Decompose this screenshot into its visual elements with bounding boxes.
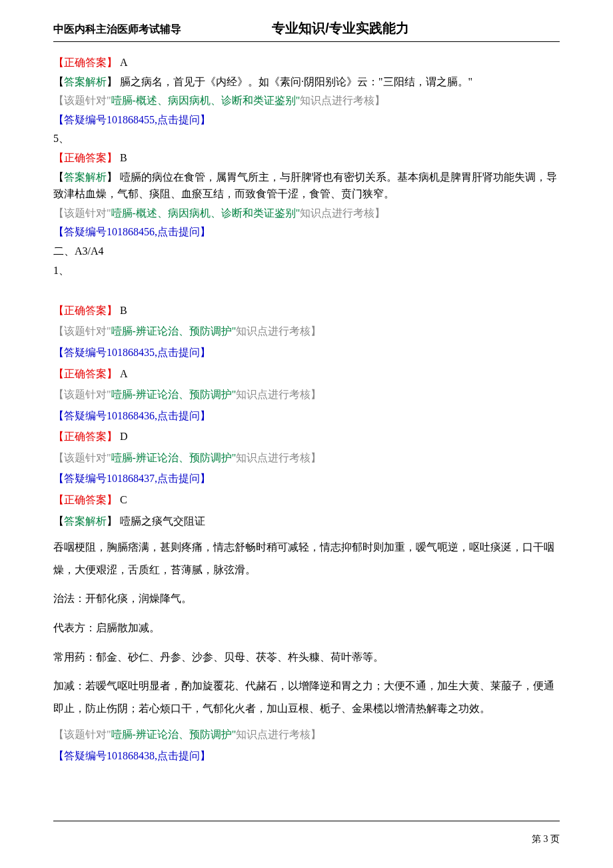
correct-answer-label: 【正确答案】 [53,305,117,316]
analysis-text: 膈之病名，首见于《内经》。如《素问·阴阳别论》云："三阳结，谓之膈。" [117,76,472,87]
correct-answer-label: 【正确答案】 [53,152,117,163]
link-open: 【答疑编号 [53,410,107,421]
question-number: 1、 [53,262,560,279]
topic-main: 噎膈-概述、病因病机、诊断和类证鉴别" [111,207,301,219]
topic-block: 【该题针对"噎膈-概述、病因病机、诊断和类证鉴别"知识点进行考核】 [53,92,560,109]
answer-value: B [117,152,127,163]
analysis-block: 【答案解析】 噎膈之痰气交阻证 [53,513,560,530]
answer-block: 【正确答案】 C [53,491,560,509]
answer-value: C [117,494,127,505]
analysis-body-line: 治法：开郁化痰，润燥降气。 [53,587,560,610]
topic-block: 【该题针对"噎膈-辨证论治、预防调护"知识点进行考核】 [53,323,560,340]
link-open: 【答疑编号 [53,473,107,484]
answer-block: 【正确答案】 A [53,54,560,71]
question-number: 5、 [53,130,560,147]
topic-open: 【该题针对" [53,452,111,463]
answer-block: 【正确答案】 B [53,302,560,319]
link-action: ,点击提问】 [155,473,211,484]
topic-block: 【该题针对"噎膈-辨证论治、预防调护"知识点进行考核】 [53,386,560,403]
link-open: 【答疑编号 [53,750,107,761]
page-footer: 第 3 页 [53,821,560,847]
link-action: ,点击提问】 [155,226,211,237]
answer-value: B [117,305,127,316]
answer-value: A [117,368,128,379]
document-page: 中医内科主治医师考试辅导 专业知识/专业实践能力 【正确答案】 A 【答案解析】… [0,0,613,868]
link-open: 【答疑编号 [53,347,107,358]
qa-link-block[interactable]: 【答疑编号101868455,点击提问】 [53,111,560,129]
link-action: ,点击提问】 [155,347,211,358]
link-open: 【答疑编号 [53,226,107,237]
topic-close: 知识点进行考核】 [236,452,321,463]
spacer [53,281,560,298]
link-action: ,点击提问】 [155,750,211,761]
link-action: ,点击提问】 [155,410,211,421]
analysis-body-line: 代表方：启膈散加减。 [53,617,560,639]
topic-block: 【该题针对"噎膈-辨证论治、预防调护"知识点进行考核】 [53,726,560,743]
topic-close: 知识点进行考核】 [236,325,321,337]
topic-open: 【该题针对" [53,95,111,106]
qa-link-block[interactable]: 【答疑编号101868436,点击提问】 [53,407,560,425]
correct-answer-label: 【正确答案】 [53,368,117,379]
page-number: 第 3 页 [532,834,560,844]
topic-main: 噎膈-概述、病因病机、诊断和类证鉴别" [111,95,301,106]
qa-link-block[interactable]: 【答疑编号101868437,点击提问】 [53,470,560,487]
link-id: 101868435 [107,347,155,358]
link-action: ,点击提问】 [155,114,211,125]
link-id: 101868436 [107,410,155,421]
analysis-body-line: 加减：若嗳气呕吐明显者，酌加旋覆花、代赭石，以增降逆和胃之力；大便不通，加生大黄… [53,675,560,719]
answer-block: 【正确答案】 B [53,149,560,167]
correct-answer-label: 【正确答案】 [53,57,117,68]
analysis-label: 答案解析 [64,171,107,183]
link-id: 101868437 [107,473,155,484]
analysis-body-line: 常用药：郁金、砂仁、丹参、沙参、贝母、茯苓、杵头糠、荷叶蒂等。 [53,646,560,669]
bracket-close: 】 [107,515,117,527]
correct-answer-label: 【正确答案】 [53,494,117,505]
qa-link-block[interactable]: 【答疑编号101868456,点击提问】 [53,223,560,241]
topic-close: 知识点进行考核】 [236,389,321,400]
topic-block: 【该题针对"噎膈-辨证论治、预防调护"知识点进行考核】 [53,449,560,467]
analysis-block: 【答案解析】 膈之病名，首见于《内经》。如《素问·阴阳别论》云："三阳结，谓之膈… [53,73,560,91]
bracket-open: 【 [53,171,64,183]
topic-open: 【该题针对" [53,729,111,740]
answer-value: A [117,57,128,68]
bracket-open: 【 [53,515,64,527]
topic-block: 【该题针对"噎膈-概述、病因病机、诊断和类证鉴别"知识点进行考核】 [53,205,560,222]
header-center-title: 专业知识/专业实践能力 [121,17,560,39]
topic-main: 噎膈-辨证论治、预防调护" [111,729,237,740]
analysis-label: 答案解析 [64,515,107,527]
topic-close: 知识点进行考核】 [300,95,385,106]
topic-open: 【该题针对" [53,389,111,400]
correct-answer-label: 【正确答案】 [53,431,117,442]
analysis-text: 噎膈的病位在食管，属胃气所主，与肝脾肾也有密切关系。基本病机是脾胃肝肾功能失调，… [53,171,557,200]
analysis-label: 答案解析 [64,76,107,87]
bracket-open: 【 [53,76,64,87]
topic-open: 【该题针对" [53,207,111,219]
page-header: 中医内科主治医师考试辅导 专业知识/专业实践能力 [53,17,560,42]
topic-main: 噎膈-辨证论治、预防调护" [111,452,237,463]
qa-link-block[interactable]: 【答疑编号101868438,点击提问】 [53,747,560,765]
analysis-block: 【答案解析】 噎膈的病位在食管，属胃气所主，与肝脾肾也有密切关系。基本病机是脾胃… [53,169,560,203]
answer-block: 【正确答案】 A [53,365,560,383]
analysis-text: 噎膈之痰气交阻证 [117,515,205,527]
link-id: 101868455 [107,114,155,125]
link-id: 101868438 [107,750,155,761]
topic-main: 噎膈-辨证论治、预防调护" [111,389,237,400]
topic-close: 知识点进行考核】 [300,207,385,219]
bracket-close: 】 [107,171,117,183]
topic-open: 【该题针对" [53,325,111,337]
topic-main: 噎膈-辨证论治、预防调护" [111,325,237,337]
footer-rule [53,821,560,821]
analysis-body-line: 吞咽梗阻，胸膈痞满，甚则疼痛，情志舒畅时稍可减轻，情志抑郁时则加重，嗳气呃逆，呕… [53,536,560,581]
answer-block: 【正确答案】 D [53,428,560,445]
section-heading: 二、A3/A4 [53,243,560,260]
link-open: 【答疑编号 [53,114,107,125]
answer-value: D [117,431,128,442]
qa-link-block[interactable]: 【答疑编号101868435,点击提问】 [53,344,560,361]
bracket-close: 】 [107,76,117,87]
topic-close: 知识点进行考核】 [236,729,321,740]
link-id: 101868456 [107,226,155,237]
